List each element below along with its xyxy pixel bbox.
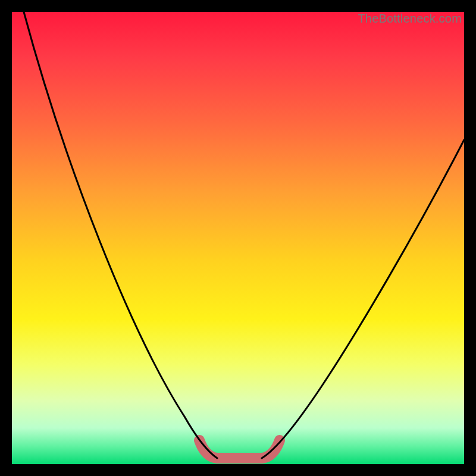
- plot-area: TheBottleneck.com: [12, 12, 464, 464]
- valley-band: [199, 440, 280, 458]
- right-curve: [262, 140, 464, 458]
- left-curve: [24, 12, 217, 458]
- curve-layer: [12, 12, 464, 464]
- chart-frame: TheBottleneck.com: [0, 0, 476, 476]
